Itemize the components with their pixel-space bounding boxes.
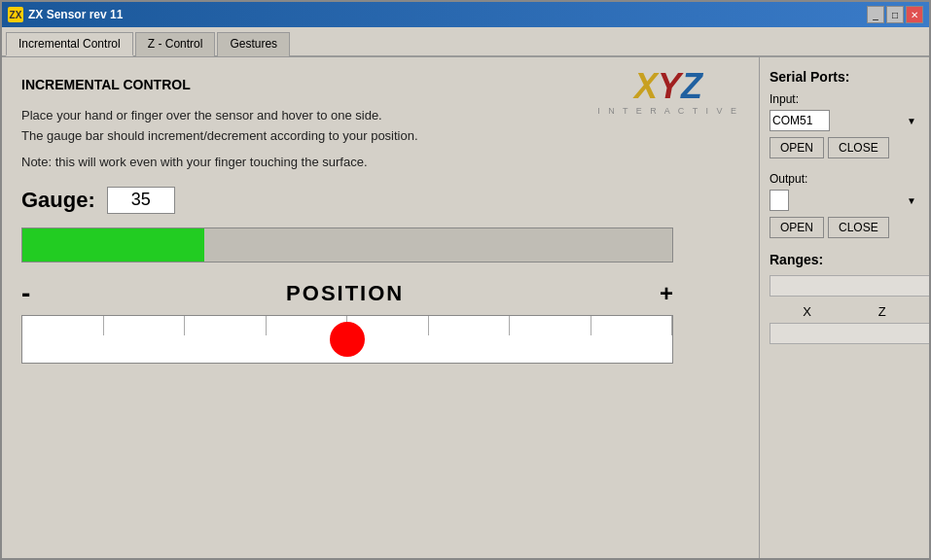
range-inputs-row-1 (770, 275, 919, 297)
tab-z-control[interactable]: Z - Control (135, 32, 216, 56)
divider-6 (429, 316, 511, 335)
divider-7 (510, 316, 591, 335)
range1-input1[interactable] (770, 275, 929, 297)
output-dropdown-wrapper: ▼ (770, 190, 919, 211)
xyz-letters: X Y Z (634, 69, 702, 104)
logo-tagline: I N T E R A C T I V E (597, 106, 739, 116)
input-label: Input: (770, 92, 919, 106)
output-dropdown-row: ▼ (770, 190, 919, 211)
progress-bar-container (21, 228, 673, 262)
note-text: Note: this will work even with your fing… (21, 155, 739, 169)
output-dropdown[interactable] (770, 190, 789, 211)
tab-incremental-control[interactable]: Incremental Control (6, 32, 133, 56)
output-close-button[interactable]: CLOSE (828, 217, 889, 238)
minimize-button[interactable]: _ (867, 6, 884, 23)
tab-gestures[interactable]: Gestures (217, 32, 290, 56)
input-dropdown-arrow: ▼ (907, 116, 916, 126)
gauge-value: 35 (107, 187, 175, 214)
position-dot (330, 322, 365, 357)
input-btn-row: OPEN CLOSE (770, 137, 919, 158)
input-dropdown-row: COM51 ▼ (770, 110, 919, 131)
progress-bar-fill (22, 228, 204, 262)
divider-3 (185, 316, 267, 335)
range-inputs-row-2 (770, 323, 919, 344)
tab-bar: Incremental Control Z - Control Gestures (2, 27, 929, 57)
divider-8 (591, 316, 673, 335)
output-btn-row: OPEN CLOSE (770, 217, 919, 238)
title-bar: ZX ZX Sensor rev 11 _ □ ✕ (2, 2, 929, 27)
x-label: X (803, 304, 811, 319)
position-row: - POSITION + (21, 280, 673, 307)
app-icon: ZX (8, 7, 23, 22)
input-dropdown-wrapper: COM51 ▼ (770, 110, 919, 131)
xyz-logo: X Y Z I N T E R A C T I V E (597, 69, 739, 116)
serial-ports-title: Serial Ports: (770, 69, 919, 85)
maximize-button[interactable]: □ (886, 6, 904, 23)
title-controls: _ □ ✕ (867, 6, 923, 23)
xyz-labels-row: X Z (770, 304, 919, 319)
input-close-button[interactable]: CLOSE (828, 137, 889, 158)
divider-2 (104, 316, 186, 335)
x-letter: X (634, 69, 658, 104)
main-panel: X Y Z I N T E R A C T I V E INCREMENTAL … (2, 57, 759, 558)
z-letter: Z (681, 69, 702, 104)
title-bar-left: ZX ZX Sensor rev 11 (8, 7, 123, 22)
input-dropdown[interactable]: COM51 (770, 110, 830, 131)
window-title: ZX Sensor rev 11 (28, 8, 123, 21)
z-label: Z (878, 304, 886, 319)
ranges-title: Ranges: (770, 252, 919, 267)
position-track (21, 315, 673, 364)
content-area: X Y Z I N T E R A C T I V E INCREMENTAL … (2, 57, 929, 558)
right-panel: Serial Ports: Input: COM51 ▼ OPEN CLOSE … (759, 57, 929, 558)
gauge-label: Gauge: (21, 188, 95, 213)
position-label: POSITION (286, 281, 404, 306)
position-plus: + (660, 282, 673, 305)
window-close-button[interactable]: ✕ (906, 6, 923, 23)
divider-1 (22, 316, 104, 335)
y-letter: Y (658, 69, 681, 104)
app-window: ZX ZX Sensor rev 11 _ □ ✕ Incremental Co… (0, 0, 931, 560)
position-minus: - (21, 280, 30, 307)
output-label: Output: (770, 172, 919, 186)
ranges-section: Ranges: X Z (770, 252, 919, 344)
output-open-button[interactable]: OPEN (770, 217, 824, 238)
gauge-row: Gauge: 35 (21, 187, 739, 214)
input-open-button[interactable]: OPEN (770, 137, 824, 158)
output-dropdown-arrow: ▼ (907, 195, 916, 206)
range2-input1[interactable] (770, 323, 929, 344)
